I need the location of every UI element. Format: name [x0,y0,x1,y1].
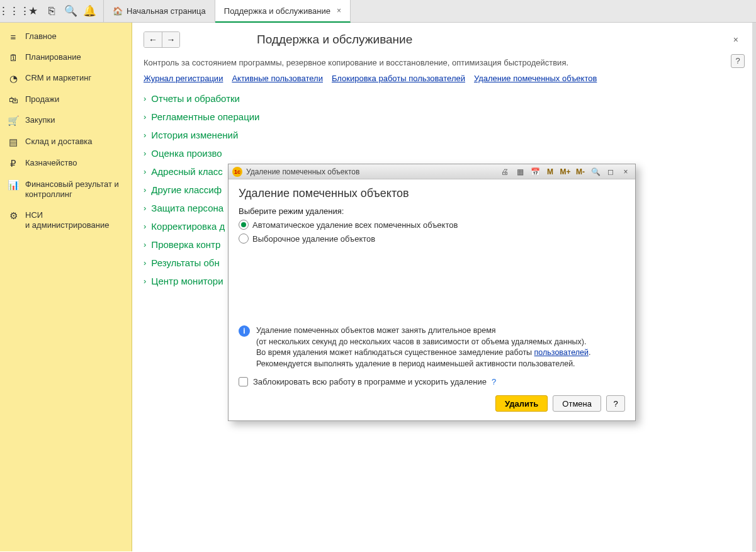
tree-item[interactable]: ›Отчеты и обработки [144,89,745,108]
tree-item-label: Корректировка д [151,221,225,232]
sidebar-admin[interactable]: ⚙НСИ и администрирование [0,205,132,236]
page-close-button[interactable]: × [733,35,738,45]
sidebar-sales[interactable]: 🛍Продажи [0,89,132,110]
chevron-right-icon: › [144,222,146,231]
delete-marked-objects-dialog: 1c Удаление помеченных объектов 🖨 ▦ 📅 M … [228,164,636,421]
delete-button[interactable]: Удалить [495,395,548,412]
sidebar-icon: 🗓 [8,52,19,63]
chevron-right-icon: › [144,112,146,121]
sidebar-item-label: Закупки [25,115,55,125]
tab-support-label: Поддержка и обслуживание [224,6,330,16]
quick-link[interactable]: Блокировка работы пользователей [332,74,465,83]
calendar-icon[interactable]: 📅 [529,167,541,177]
radio-icon [239,234,249,244]
info-icon: i [239,325,250,337]
sidebar-icon: ≡ [8,31,19,42]
sidebar-crm[interactable]: ◔CRM и маркетинг [0,68,132,89]
block-work-checkbox-row[interactable]: Заблокировать всю работу в программе и у… [239,377,625,386]
dialog-help-button[interactable]: ? [606,395,625,412]
sidebar-icon: ◔ [8,73,19,84]
info-line2: (от нескольких секунд до нескольких часо… [256,337,586,346]
radio-auto-label: Автоматическое удаление всех помеченных … [252,220,458,230]
info-line3a: Во время удаления может наблюдаться суще… [256,348,534,357]
radio-icon [239,220,249,230]
sidebar-treasury[interactable]: ₽Казначейство [0,153,132,174]
sidebar-item-label: Склад и доставка [25,137,93,147]
sidebar-purchases[interactable]: 🛒Закупки [0,110,132,132]
dialog-close-button[interactable]: × [620,167,631,177]
chevron-right-icon: › [144,203,146,213]
tree-item-label: Защита персона [151,203,223,213]
tree-item[interactable]: ›История изменений [144,126,745,144]
dialog-titlebar[interactable]: 1c Удаление помеченных объектов 🖨 ▦ 📅 M … [228,164,635,179]
tree-item-label: Отчеты и обработки [151,93,240,104]
chevron-right-icon: › [144,276,146,286]
help-button[interactable]: ? [731,54,745,68]
tabs: 🏠 Начальная страница Поддержка и обслужи… [104,0,351,22]
close-icon[interactable]: × [337,6,341,15]
tree-item-label: Другие классиф [151,184,222,195]
dialog-heading: Удаление помеченных объектов [239,187,625,200]
info-line4: Рекомендуется выполнять удаление в перио… [256,359,575,368]
quick-link[interactable]: Удаление помеченных объектов [474,74,597,83]
cancel-button[interactable]: Отмена [553,395,601,412]
sidebar-warehouse[interactable]: ▤Склад и доставка [0,132,132,153]
sidebar-icon: 🛍 [8,94,19,105]
tree-item[interactable]: ›Оценка произво [144,144,745,162]
sidebar-finance[interactable]: 📊Финансовый результат и контроллинг [0,174,132,205]
sidebar-main[interactable]: ≡Главное [0,26,132,47]
sidebar-item-label: Казначейство [25,158,77,168]
sidebar-item-label: Главное [25,31,57,42]
users-link[interactable]: пользователей [534,348,589,357]
memory-minus-button[interactable]: M- [575,167,586,177]
quick-link[interactable]: Журнал регистрации [144,74,223,83]
quick-links: Журнал регистрацииАктивные пользователиБ… [132,71,756,89]
tree-item-label: История изменений [151,130,238,140]
chevron-right-icon: › [144,130,146,140]
memory-button[interactable]: M [544,167,556,177]
radio-selective-label: Выборочное удаление объектов [252,234,375,244]
tree-item[interactable]: ›Регламентные операции [144,108,745,126]
select-mode-label: Выберите режим удаления: [239,206,625,216]
print-icon[interactable]: 🖨 [499,167,511,177]
maximize-icon[interactable]: ◻ [605,167,616,177]
sidebar-item-label: НСИ и администрирование [25,210,109,231]
sidebar-item-label: CRM и маркетинг [25,73,91,83]
checkbox-help-icon[interactable]: ? [492,377,496,386]
zoom-icon[interactable]: 🔍 [590,167,601,177]
tree-item-label: Проверка контр [151,239,220,250]
app-toolbar: ⋮⋮⋮ ★ ⎘ 🔍 🔔 🏠 Начальная страница Поддерж… [0,0,756,23]
page-title: Поддержка и обслуживание [257,33,412,47]
chevron-right-icon: › [144,240,146,249]
page-description: Контроль за состоянием программы, резерв… [144,58,568,67]
nav-forward-button[interactable]: → [162,32,179,47]
file-icon[interactable]: ⎘ [44,4,59,19]
tree-item-label: Центр монитори [151,276,223,286]
tab-home[interactable]: 🏠 Начальная страница [104,0,215,22]
vertical-splitter[interactable] [752,23,756,551]
tree-item-label: Регламентные операции [151,111,259,122]
sidebar-planning[interactable]: 🗓Планирование [0,47,132,68]
chevron-right-icon: › [144,149,146,158]
checkbox-icon [239,377,248,386]
memory-plus-button[interactable]: M+ [560,167,571,177]
nav-buttons: ← → [144,31,180,48]
tab-home-label: Начальная страница [127,6,206,16]
tab-support[interactable]: Поддержка и обслуживание × [215,0,351,23]
grid-icon[interactable]: ▦ [514,167,526,177]
info-line1: Удаление помеченных объектов может занят… [256,326,496,335]
sidebar-icon: ⚙ [8,210,19,222]
radio-auto-delete[interactable]: Автоматическое удаление всех помеченных … [239,220,625,230]
sidebar-icon: 📊 [8,179,19,191]
radio-selective-delete[interactable]: Выборочное удаление объектов [239,234,625,244]
apps-icon[interactable]: ⋮⋮⋮ [6,4,21,19]
tree-item-label: Адресный класс [151,166,222,177]
sidebar-item-label: Финансовый результат и контроллинг [25,179,124,200]
bell-icon[interactable]: 🔔 [82,4,97,19]
star-icon[interactable]: ★ [25,4,40,19]
quick-link[interactable]: Активные пользователи [232,74,323,83]
nav-back-button[interactable]: ← [144,32,162,47]
sidebar-icon: 🛒 [8,115,19,127]
chevron-right-icon: › [144,258,146,268]
search-icon[interactable]: 🔍 [63,4,78,19]
